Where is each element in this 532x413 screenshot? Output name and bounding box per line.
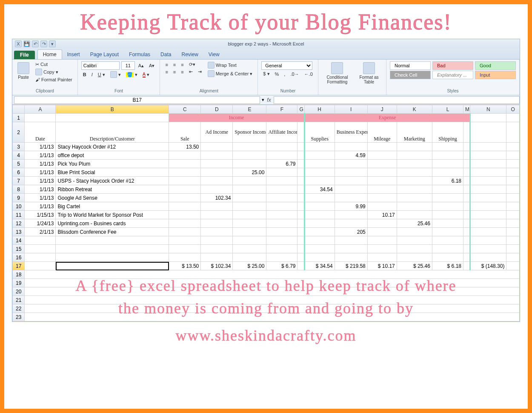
hdr-marketing[interactable]: Marketing [397, 122, 432, 143]
total-ad[interactable]: $ 102.34 [201, 262, 233, 270]
cell-ad[interactable] [201, 143, 233, 151]
cell-marketing[interactable] [397, 168, 432, 177]
underline-button[interactable]: U ▾ [96, 72, 107, 78]
total-affiliate[interactable]: $ 6.79 [266, 262, 297, 270]
section-expense[interactable]: Expense [304, 114, 470, 122]
style-check-cell[interactable]: Check Cell [390, 71, 431, 79]
qat-dropdown[interactable]: ▾ [49, 40, 56, 47]
cell-sale[interactable] [169, 228, 201, 236]
grow-font-button[interactable]: A▴ [137, 63, 146, 69]
cell-sale[interactable] [169, 177, 201, 185]
cell-affiliate[interactable]: 6.79 [266, 160, 297, 168]
total-shipping[interactable]: $ 6.18 [432, 262, 463, 270]
cell-shipping[interactable] [432, 185, 463, 194]
tab-home[interactable]: Home [37, 49, 62, 59]
cell-shipping[interactable] [432, 202, 463, 211]
cell-ad[interactable] [201, 160, 233, 168]
cell-sponsor[interactable] [233, 143, 266, 151]
tab-review[interactable]: Review [176, 50, 203, 59]
col-header-M[interactable]: M [463, 105, 470, 114]
row-header-23[interactable]: 23 [13, 313, 25, 321]
total-bizexp[interactable]: $ 219.58 [335, 262, 367, 270]
row-header-12[interactable]: 12 [13, 219, 25, 228]
row-header-15[interactable]: 15 [13, 245, 25, 253]
cell-supplies[interactable] [304, 151, 335, 160]
cell-desc[interactable]: Big Cartel [56, 202, 169, 211]
cell-sale[interactable] [169, 160, 201, 168]
cell-date[interactable]: 1/15/13 [25, 211, 56, 219]
row-header-13[interactable]: 13 [13, 228, 25, 236]
cell-supplies[interactable] [304, 202, 335, 211]
cell-sale[interactable]: 13.50 [169, 143, 201, 151]
style-bad[interactable]: Bad [432, 61, 473, 70]
tab-data[interactable]: Data [155, 50, 176, 59]
align-center-button[interactable]: ≡ [172, 69, 177, 75]
cell-mileage[interactable] [367, 202, 397, 211]
col-header-G[interactable]: G [297, 105, 304, 114]
font-color-button[interactable]: A▾ [141, 71, 151, 78]
row-header-1[interactable]: 1 [13, 114, 25, 122]
cell-marketing[interactable] [397, 185, 432, 194]
comma-format-button[interactable]: , [282, 71, 287, 77]
row-header-8[interactable]: 8 [13, 185, 25, 194]
align-left-button[interactable]: ≡ [163, 69, 169, 75]
spreadsheet-grid[interactable]: A B C D E F G H I J K L M N O [12, 105, 520, 321]
cell-marketing[interactable] [397, 151, 432, 160]
cell-sponsor[interactable] [233, 185, 266, 194]
cell-affiliate[interactable] [266, 177, 297, 185]
cell-mileage[interactable] [367, 185, 397, 194]
cell-shipping[interactable] [432, 143, 463, 151]
cell-shipping[interactable] [432, 194, 463, 202]
cell-bizexp[interactable] [335, 194, 367, 202]
cell-desc[interactable]: office depot [56, 151, 169, 160]
cell-sponsor[interactable] [233, 177, 266, 185]
col-header-D[interactable]: D [201, 105, 233, 114]
row-header-3[interactable]: 3 [13, 143, 25, 151]
tab-file[interactable]: File [14, 51, 35, 59]
cell-bizexp[interactable]: 4.59 [335, 151, 367, 160]
cell-bizexp[interactable] [335, 168, 367, 177]
format-as-table-button[interactable]: Format as Table [355, 61, 383, 85]
total-supplies[interactable]: $ 34.54 [304, 262, 335, 270]
tab-page-layout[interactable]: Page Layout [85, 50, 124, 59]
cell-ad[interactable] [201, 228, 233, 236]
cell-ad[interactable] [201, 219, 233, 228]
cell-affiliate[interactable] [266, 202, 297, 211]
percent-format-button[interactable]: % [273, 71, 281, 77]
cell-supplies[interactable]: 34.54 [304, 185, 335, 194]
formula-input[interactable] [274, 96, 520, 104]
cell-date[interactable]: 1/1/13 [25, 151, 56, 160]
cell-bizexp[interactable] [335, 185, 367, 194]
row-header-6[interactable]: 6 [13, 168, 25, 177]
cell-shipping[interactable] [432, 151, 463, 160]
cell-mileage[interactable] [367, 160, 397, 168]
cell-ad[interactable] [201, 202, 233, 211]
active-cell-B17[interactable] [56, 262, 169, 270]
row-header-18[interactable]: 18 [13, 270, 25, 279]
cell-desc[interactable]: Ribbon Retreat [56, 185, 169, 194]
number-format-select[interactable]: General [261, 61, 312, 70]
cell-supplies[interactable] [304, 219, 335, 228]
cell-date[interactable]: 2/1/13 [25, 228, 56, 236]
cell-supplies[interactable] [304, 211, 335, 219]
hdr-date[interactable]: Date [25, 122, 56, 143]
cell-mileage[interactable] [367, 228, 397, 236]
cell-marketing[interactable] [397, 194, 432, 202]
row-header-22[interactable]: 22 [13, 304, 25, 313]
cell-date[interactable]: 1/1/13 [25, 160, 56, 168]
style-input[interactable]: Input [475, 71, 516, 79]
cell-sale[interactable] [169, 202, 201, 211]
cell-date[interactable]: 1/24/13 [25, 219, 56, 228]
col-header-E[interactable]: E [233, 105, 266, 114]
cell-sponsor[interactable]: 25.00 [233, 168, 266, 177]
increase-indent-button[interactable]: ⇥ [196, 69, 203, 75]
redo-button[interactable]: ↷ [40, 40, 47, 47]
italic-button[interactable]: I [90, 72, 94, 77]
cell-bizexp[interactable] [335, 143, 367, 151]
cell-shipping[interactable] [432, 211, 463, 219]
name-box[interactable] [14, 96, 260, 104]
cell-bizexp[interactable] [335, 177, 367, 185]
col-header-H[interactable]: H [304, 105, 335, 114]
save-button[interactable]: 💾 [23, 40, 30, 47]
cell-supplies[interactable] [304, 194, 335, 202]
